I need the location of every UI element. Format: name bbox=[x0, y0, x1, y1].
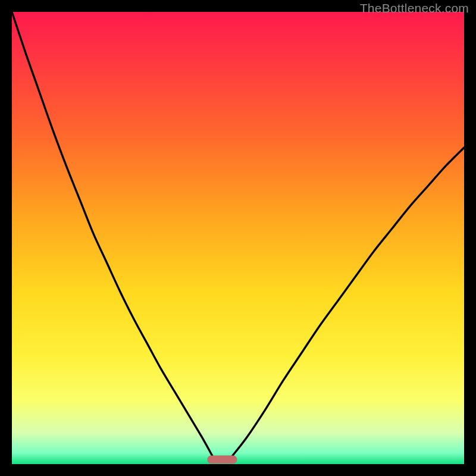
flat-marker bbox=[207, 456, 237, 464]
chart-background bbox=[12, 12, 464, 464]
bottleneck-chart bbox=[12, 12, 464, 464]
watermark-text: TheBottleneck.com bbox=[360, 1, 469, 15]
chart-frame: TheBottleneck.com bbox=[0, 0, 476, 476]
